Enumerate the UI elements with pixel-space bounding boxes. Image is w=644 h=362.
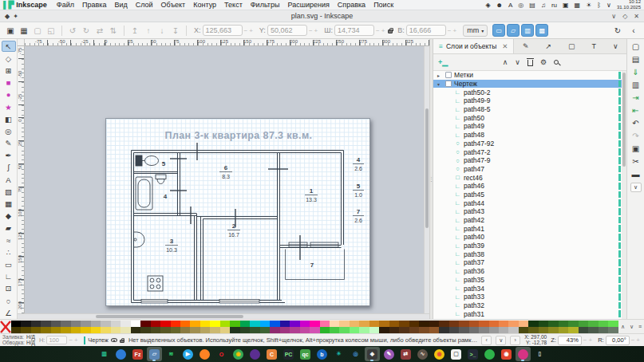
app-trash[interactable]: ▯ [532,347,547,361]
more-commands-icon[interactable]: ∨ [630,183,642,192]
app-lamp[interactable]: ☀ [331,347,346,361]
app-green-dot[interactable] [482,347,497,361]
dialog-edit-icon[interactable]: ✎ [523,42,529,50]
tool-rectangle[interactable]: ■ [2,77,16,89]
color-swatch[interactable] [51,327,61,333]
tool-measure[interactable]: ∠ [2,307,16,318]
open-folder-icon[interactable]: ▤ [632,55,639,64]
color-swatch[interactable] [121,321,130,327]
color-swatch[interactable] [579,321,588,327]
search-button[interactable] [554,60,559,65]
color-swatch[interactable] [21,321,30,327]
vertical-scroll-thumb[interactable] [425,108,429,228]
app-magenta-dot[interactable] [516,347,531,361]
x-input[interactable]: 125,663 [203,25,243,36]
color-swatch[interactable] [290,321,299,327]
app-krita[interactable]: ✎ [381,347,397,361]
color-swatch[interactable] [240,321,250,327]
horizontal-ruler[interactable]: -75-50-250255075100125150175200225250275… [25,39,429,46]
canvas-horizontal-scrollbar[interactable] [18,313,429,319]
color-swatch[interactable] [140,327,150,333]
color-swatch[interactable] [111,327,121,333]
color-swatch[interactable] [579,327,588,333]
color-swatch[interactable] [91,327,101,333]
object-row[interactable]: ∟path46 [433,182,626,191]
rotate-ccw-button[interactable]: ↺ [66,24,79,37]
object-row[interactable]: ∟path48-5 [433,105,626,114]
color-swatch[interactable] [250,327,259,333]
color-swatch[interactable] [548,321,558,327]
window-titlebar[interactable]: ◆ ✦ plan.svg - Inkscape ∨ ◇ ✕ [0,10,644,22]
undo-icon[interactable]: ↶ [632,119,638,128]
object-row[interactable]: ○path47-9 [433,156,626,165]
canvas[interactable]: План 3-к квартира 87.3 кв.м. [25,46,429,313]
color-swatch[interactable] [330,321,339,327]
expander-icon[interactable]: ▾ [437,81,443,87]
panel-chevron-icon[interactable]: ∨ [613,42,618,50]
bluetooth-icon[interactable]: ᛒ [597,2,601,9]
close-tab-icon[interactable]: ✕ [502,42,508,50]
color-swatch[interactable] [379,321,389,327]
app-firefox[interactable] [197,347,212,361]
color-swatch[interactable] [131,327,140,333]
deselect-button[interactable]: ▢ [31,24,44,37]
color-swatch[interactable] [250,321,259,327]
color-swatch[interactable] [479,327,488,333]
scale-pattern-toggle[interactable]: ▩ [535,24,548,37]
color-swatch[interactable] [61,327,70,333]
tool-ellipse[interactable]: ● [2,89,16,100]
no-color-swatch[interactable] [0,320,11,333]
tool-text[interactable]: A [2,174,16,185]
color-swatch[interactable] [320,321,330,327]
color-swatch[interactable] [81,321,90,327]
color-swatch[interactable] [350,321,359,327]
layers-scroll-thumb[interactable] [622,73,626,167]
color-swatch[interactable] [449,327,459,333]
object-row[interactable]: ∟path33 [433,293,626,301]
palette-menu-button[interactable]: ≡ [638,324,642,329]
color-swatch[interactable] [528,327,538,333]
color-swatch[interactable] [31,327,41,333]
select-all-layers-button[interactable]: ▦ [18,24,30,37]
color-swatch[interactable] [588,327,598,333]
menu-Слой[interactable]: Слой [132,1,157,9]
color-swatch[interactable] [419,321,429,327]
copy-icon[interactable]: ▣ [632,144,639,153]
tool-mesh[interactable]: ▦ [2,198,16,209]
color-swatch[interactable] [608,321,618,327]
current-layer-indicator[interactable]: Чертеж [84,336,124,344]
object-row[interactable]: ∟path50 [433,113,626,122]
menu-Объект[interactable]: Объект [157,1,190,9]
close-button[interactable]: ✕ [634,13,639,20]
select-all-button[interactable]: ▣ [4,24,17,37]
color-swatch[interactable] [559,327,568,333]
tool-pencil[interactable]: ✎ [2,138,16,149]
object-row[interactable]: ∟path49 [433,122,626,131]
object-row[interactable]: ∟path44 [433,199,626,207]
object-row[interactable]: ∟path36 [433,267,626,276]
object-row[interactable]: ∟path45 [433,191,626,199]
app-bluefish[interactable]: b [314,347,330,361]
color-swatch[interactable] [61,321,70,327]
color-swatch[interactable] [300,327,310,333]
color-swatch[interactable] [519,321,528,327]
color-swatch[interactable] [210,321,219,327]
shield-icon[interactable]: ◈ [485,2,490,9]
menu-Правка[interactable]: Правка [78,1,110,9]
prev-button[interactable]: ‹ [481,336,492,345]
dialog-text-icon[interactable]: T [591,42,596,50]
object-row[interactable]: ∟path32 [433,301,626,310]
raise-button[interactable]: ↑ [142,24,155,37]
app-manjaro[interactable]: ▥ [97,347,112,361]
select-inverse-button[interactable]: ◱ [45,24,57,37]
clipboard-icon[interactable]: ▤ [529,2,535,9]
color-swatch[interactable] [71,321,81,327]
scale-stroke-toggle[interactable]: ▭ [492,24,505,37]
ruler-corner[interactable] [18,39,25,46]
app-file-manager[interactable]: ▱ [147,347,162,361]
menu-Поиск[interactable]: Поиск [369,1,397,9]
color-swatch[interactable] [91,321,101,327]
app-browser-sphere[interactable] [113,347,128,361]
color-swatch[interactable] [190,327,200,333]
fill-stroke-indicator[interactable]: Заливка:Н/Д Обводка:Н/Д [2,335,35,346]
